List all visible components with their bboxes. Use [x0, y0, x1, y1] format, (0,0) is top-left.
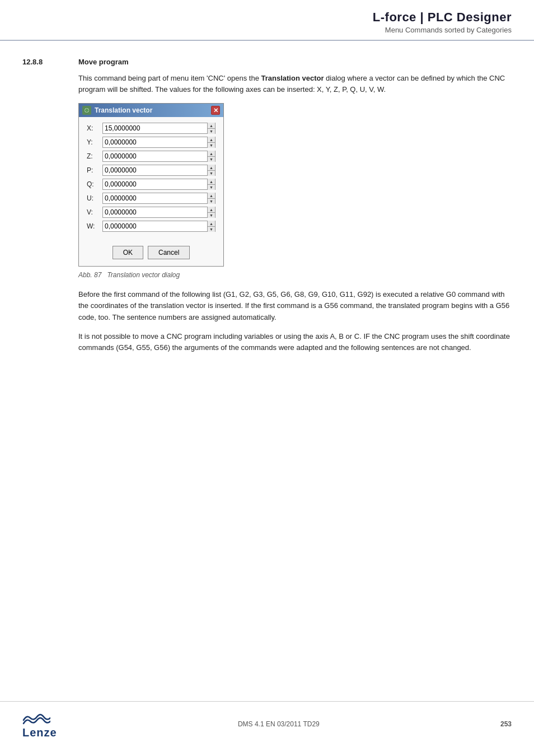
- field-input-wrap: ▲▼: [102, 137, 216, 148]
- figure-caption: Abb. 87 Translation vector dialog: [78, 271, 512, 279]
- spin-up-button[interactable]: ▲: [208, 193, 215, 199]
- spin-down-button[interactable]: ▼: [208, 143, 215, 148]
- field-input-v[interactable]: [103, 208, 207, 216]
- field-row: V:▲▼: [87, 207, 216, 218]
- field-label-w: W:: [87, 222, 102, 230]
- field-input-q[interactable]: [103, 180, 207, 188]
- field-row: W:▲▼: [87, 221, 216, 232]
- page-header: L-force | PLC Designer Menu Commands sor…: [0, 0, 534, 41]
- body-paragraph-1: Before the first command of the followin…: [78, 289, 512, 323]
- field-label-u: U:: [87, 194, 102, 202]
- spin-down-button[interactable]: ▼: [208, 213, 215, 218]
- field-input-y[interactable]: [103, 138, 207, 146]
- field-row: Q:▲▼: [87, 179, 216, 190]
- field-input-wrap: ▲▼: [102, 221, 216, 232]
- field-label-q: Q:: [87, 180, 102, 188]
- field-row: U:▲▼: [87, 193, 216, 204]
- field-label-v: V:: [87, 208, 102, 216]
- logo-text: Lenze: [22, 726, 57, 739]
- dialog-titlebar: Translation vector ✕: [79, 104, 223, 117]
- field-input-p[interactable]: [103, 166, 207, 174]
- dialog-title: Translation vector: [95, 106, 208, 114]
- field-input-u[interactable]: [103, 194, 207, 202]
- ok-button[interactable]: OK: [113, 246, 143, 259]
- field-input-z[interactable]: [103, 152, 207, 160]
- spin-up-button[interactable]: ▲: [208, 179, 215, 185]
- translation-vector-dialog: Translation vector ✕ X:▲▼Y:▲▼Z:▲▼P:▲▼Q:▲…: [78, 103, 224, 267]
- spin-buttons: ▲▼: [207, 221, 215, 232]
- field-row: X:▲▼: [87, 123, 216, 134]
- section-title: Move program: [78, 58, 129, 66]
- spin-down-button[interactable]: ▼: [208, 157, 215, 162]
- caption-label: Abb. 87: [78, 271, 101, 279]
- field-input-wrap: ▲▼: [102, 193, 216, 204]
- field-label-p: P:: [87, 166, 102, 174]
- spin-down-button[interactable]: ▼: [208, 227, 215, 232]
- field-label-y: Y:: [87, 138, 102, 146]
- field-input-wrap: ▲▼: [102, 151, 216, 162]
- spin-buttons: ▲▼: [207, 179, 215, 190]
- logo: Lenze: [22, 708, 57, 739]
- footer-center-text: DMS 4.1 EN 03/2011 TD29: [57, 720, 500, 728]
- page-number: 253: [500, 720, 512, 728]
- spin-buttons: ▲▼: [207, 151, 215, 162]
- dialog-wrapper: Translation vector ✕ X:▲▼Y:▲▼Z:▲▼P:▲▼Q:▲…: [78, 103, 512, 267]
- spin-buttons: ▲▼: [207, 137, 215, 148]
- spin-down-button[interactable]: ▼: [208, 199, 215, 204]
- field-label-x: X:: [87, 124, 102, 132]
- field-row: P:▲▼: [87, 165, 216, 176]
- dialog-body: X:▲▼Y:▲▼Z:▲▼P:▲▼Q:▲▼U:▲▼V:▲▼W:▲▼: [79, 117, 223, 240]
- spin-up-button[interactable]: ▲: [208, 207, 215, 213]
- dialog-close-button[interactable]: ✕: [211, 106, 220, 115]
- spin-down-button[interactable]: ▼: [208, 129, 215, 134]
- cancel-button[interactable]: Cancel: [148, 246, 190, 259]
- app-subtitle: Menu Commands sorted by Categories: [385, 26, 512, 34]
- spin-down-button[interactable]: ▼: [208, 185, 215, 190]
- logo-icon: [22, 708, 50, 725]
- field-row: Z:▲▼: [87, 151, 216, 162]
- dialog-icon: [82, 106, 91, 115]
- spin-down-button[interactable]: ▼: [208, 171, 215, 176]
- spin-buttons: ▲▼: [207, 207, 215, 218]
- spin-up-button[interactable]: ▲: [208, 221, 215, 227]
- section-number: 12.8.8: [22, 58, 62, 66]
- section-heading: 12.8.8 Move program: [22, 58, 512, 66]
- page-footer: Lenze DMS 4.1 EN 03/2011 TD29 253: [0, 701, 534, 739]
- field-input-w[interactable]: [103, 222, 207, 230]
- field-label-z: Z:: [87, 152, 102, 160]
- field-input-wrap: ▲▼: [102, 179, 216, 190]
- field-input-wrap: ▲▼: [102, 207, 216, 218]
- spin-up-button[interactable]: ▲: [208, 165, 215, 171]
- spin-buttons: ▲▼: [207, 165, 215, 176]
- spin-up-button[interactable]: ▲: [208, 123, 215, 129]
- intro-text-start: This command being part of menu item 'CN…: [78, 74, 261, 82]
- app-title: L-force | PLC Designer: [373, 10, 512, 25]
- intro-bold-text: Translation vector: [261, 74, 324, 82]
- intro-paragraph: This command being part of menu item 'CN…: [78, 73, 512, 95]
- spin-buttons: ▲▼: [207, 123, 215, 134]
- field-input-wrap: ▲▼: [102, 123, 216, 134]
- spin-up-button[interactable]: ▲: [208, 151, 215, 157]
- page-content: 12.8.8 Move program This command being p…: [0, 41, 534, 384]
- caption-text: Translation vector dialog: [107, 271, 180, 279]
- body-paragraph-2: It is not possible to move a CNC program…: [78, 331, 512, 353]
- spin-buttons: ▲▼: [207, 193, 215, 204]
- dialog-footer: OK Cancel: [79, 240, 223, 266]
- spin-up-button[interactable]: ▲: [208, 137, 215, 143]
- field-input-wrap: ▲▼: [102, 165, 216, 176]
- field-row: Y:▲▼: [87, 137, 216, 148]
- field-input-x[interactable]: [103, 124, 207, 132]
